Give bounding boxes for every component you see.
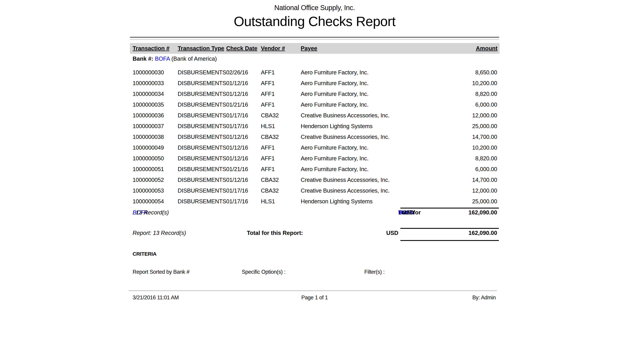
cell-date: 01/17/16 bbox=[226, 121, 248, 131]
table-row: 1000000030 DISBURSEMENTS 02/26/16 AFF1 A… bbox=[130, 67, 499, 78]
cell-vendor: AFF1 bbox=[261, 153, 275, 164]
cell-payee: Creative Business Accessories, Inc. bbox=[301, 110, 390, 121]
report-total-rule-bottom bbox=[400, 240, 499, 241]
report-total-label: Total for this Report: bbox=[247, 229, 303, 237]
column-header-vendor-number[interactable]: Vendor # bbox=[261, 43, 285, 54]
cell-transaction: 1000000034 bbox=[133, 89, 164, 99]
cell-date: 01/17/16 bbox=[226, 196, 248, 207]
cell-payee: Aero Furniture Factory, Inc. bbox=[301, 89, 368, 99]
cell-vendor: HLS1 bbox=[261, 196, 275, 207]
cell-amount: 8,650.00 bbox=[475, 67, 497, 78]
cell-date: 01/12/16 bbox=[226, 175, 248, 185]
cell-vendor: CBA32 bbox=[261, 131, 279, 142]
cell-type: DISBURSEMENTS bbox=[178, 142, 226, 153]
title-rule-light bbox=[130, 39, 499, 40]
cell-payee: Aero Furniture Factory, Inc. bbox=[301, 78, 368, 89]
column-header-amount[interactable]: Amount bbox=[476, 43, 497, 54]
cell-amount: 14,700.00 bbox=[472, 175, 497, 185]
cell-vendor: CBA32 bbox=[261, 185, 279, 196]
cell-type: DISBURSEMENTS bbox=[178, 175, 226, 185]
cell-payee: Aero Furniture Factory, Inc. bbox=[301, 67, 368, 78]
cell-type: DISBURSEMENTS bbox=[178, 78, 226, 89]
cell-transaction: 1000000050 bbox=[133, 153, 164, 164]
criteria-options-label: Specific Option(s) : bbox=[242, 268, 286, 276]
cell-payee: Aero Furniture Factory, Inc. bbox=[301, 164, 368, 175]
cell-type: DISBURSEMENTS bbox=[178, 196, 226, 207]
company-name: National Office Supply, Inc. bbox=[130, 4, 499, 12]
cell-date: 01/21/16 bbox=[226, 99, 248, 110]
cell-amount: 12,000.00 bbox=[472, 110, 497, 121]
cell-vendor: AFF1 bbox=[261, 99, 275, 110]
cell-date: 01/12/16 bbox=[226, 89, 248, 99]
column-header-check-date[interactable]: Check Date bbox=[226, 43, 258, 54]
footer-printed-by: By: Admin bbox=[472, 294, 496, 301]
cell-type: DISBURSEMENTS bbox=[178, 121, 226, 131]
cell-transaction: 1000000054 bbox=[133, 196, 164, 207]
cell-type: DISBURSEMENTS bbox=[178, 110, 226, 121]
bank-total-amount: 162,090.00 bbox=[468, 208, 497, 217]
cell-transaction: 1000000035 bbox=[133, 99, 164, 110]
title-rule-dark bbox=[130, 37, 499, 38]
table-row: 1000000036 DISBURSEMENTS 01/17/16 CBA32 … bbox=[130, 110, 499, 121]
criteria-sort: Report Sorted by Bank # bbox=[133, 268, 189, 276]
cell-amount: 6,000.00 bbox=[475, 164, 497, 175]
cell-type: DISBURSEMENTS bbox=[178, 131, 226, 142]
report-total-row: Report: 13 Record(s) Total for this Repo… bbox=[130, 229, 499, 237]
cell-type: DISBURSEMENTS bbox=[178, 185, 226, 196]
table-row: 1000000038 DISBURSEMENTS 01/12/16 CBA32 … bbox=[130, 131, 499, 142]
cell-transaction: 1000000053 bbox=[133, 185, 164, 196]
cell-date: 01/17/16 bbox=[226, 185, 248, 196]
cell-transaction: 1000000033 bbox=[133, 78, 164, 89]
bank-total-row: BOFA: 13 Record(s) Total for BOFA: USD 1… bbox=[130, 208, 499, 217]
cell-transaction: 1000000037 bbox=[133, 121, 164, 131]
cell-payee: Creative Business Accessories, Inc. bbox=[301, 175, 390, 185]
cell-amount: 12,000.00 bbox=[472, 185, 497, 196]
table-row: 1000000033 DISBURSEMENTS 01/12/16 AFF1 A… bbox=[130, 78, 499, 89]
table-row: 1000000034 DISBURSEMENTS 01/12/16 AFF1 A… bbox=[130, 89, 499, 99]
cell-transaction: 1000000051 bbox=[133, 164, 164, 175]
report-total-currency: USD bbox=[386, 229, 398, 237]
bank-group-header: Bank #: BOFA (Bank of America) bbox=[133, 54, 217, 63]
cell-vendor: AFF1 bbox=[261, 67, 275, 78]
cell-vendor: AFF1 bbox=[261, 89, 275, 99]
cell-amount: 14,700.00 bbox=[472, 131, 497, 142]
cell-amount: 8,820.00 bbox=[475, 153, 497, 164]
cell-vendor: CBA32 bbox=[261, 175, 279, 185]
cell-vendor: AFF1 bbox=[261, 78, 275, 89]
cell-transaction: 1000000049 bbox=[133, 142, 164, 153]
cell-date: 01/17/16 bbox=[226, 110, 248, 121]
column-header-payee[interactable]: Payee bbox=[301, 43, 317, 54]
report-page: National Office Supply, Inc. Outstanding… bbox=[0, 0, 624, 364]
cell-vendor: CBA32 bbox=[261, 110, 279, 121]
criteria-filters-label: Filter(s) : bbox=[364, 268, 385, 276]
cell-transaction: 1000000038 bbox=[133, 131, 164, 142]
table-row: 1000000035 DISBURSEMENTS 01/21/16 AFF1 A… bbox=[130, 99, 499, 110]
cell-date: 01/21/16 bbox=[226, 164, 248, 175]
cell-vendor: AFF1 bbox=[261, 164, 275, 175]
footer-page-number: Page 1 of 1 bbox=[130, 294, 499, 301]
cell-transaction: 1000000036 bbox=[133, 110, 164, 121]
column-header-transaction-type[interactable]: Transaction Type bbox=[178, 43, 224, 54]
outstanding-checks-report: National Office Supply, Inc. Outstanding… bbox=[130, 0, 499, 364]
table-header-row: Transaction # Transaction Type Check Dat… bbox=[130, 43, 499, 54]
table-row: 1000000050 DISBURSEMENTS 01/12/16 AFF1 A… bbox=[130, 153, 499, 164]
cell-transaction: 1000000030 bbox=[133, 67, 164, 78]
cell-amount: 25,000.00 bbox=[472, 121, 497, 131]
cell-type: DISBURSEMENTS bbox=[178, 164, 226, 175]
table-row: 1000000051 DISBURSEMENTS 01/21/16 AFF1 A… bbox=[130, 164, 499, 175]
column-header-transaction-number[interactable]: Transaction # bbox=[133, 43, 170, 54]
bank-number-label: Bank #: bbox=[133, 55, 153, 62]
report-record-count: Report: 13 Record(s) bbox=[133, 229, 186, 237]
bank-code-link[interactable]: BOFA bbox=[155, 55, 170, 62]
cell-payee: Henderson Lighting Systems bbox=[301, 196, 372, 207]
criteria-row: Report Sorted by Bank # Specific Option(… bbox=[130, 268, 499, 276]
cell-payee: Aero Furniture Factory, Inc. bbox=[301, 142, 368, 153]
criteria-heading: CRITERIA bbox=[133, 251, 156, 257]
page-title: Outstanding Checks Report bbox=[130, 14, 499, 29]
cell-type: DISBURSEMENTS bbox=[178, 153, 226, 164]
table-row: 1000000049 DISBURSEMENTS 01/12/16 AFF1 A… bbox=[130, 142, 499, 153]
cell-date: 01/12/16 bbox=[226, 153, 248, 164]
table-row: 1000000052 DISBURSEMENTS 01/12/16 CBA32 … bbox=[130, 175, 499, 185]
bank-name: (Bank of America) bbox=[171, 55, 217, 62]
cell-payee: Creative Business Accessories, Inc. bbox=[301, 131, 390, 142]
